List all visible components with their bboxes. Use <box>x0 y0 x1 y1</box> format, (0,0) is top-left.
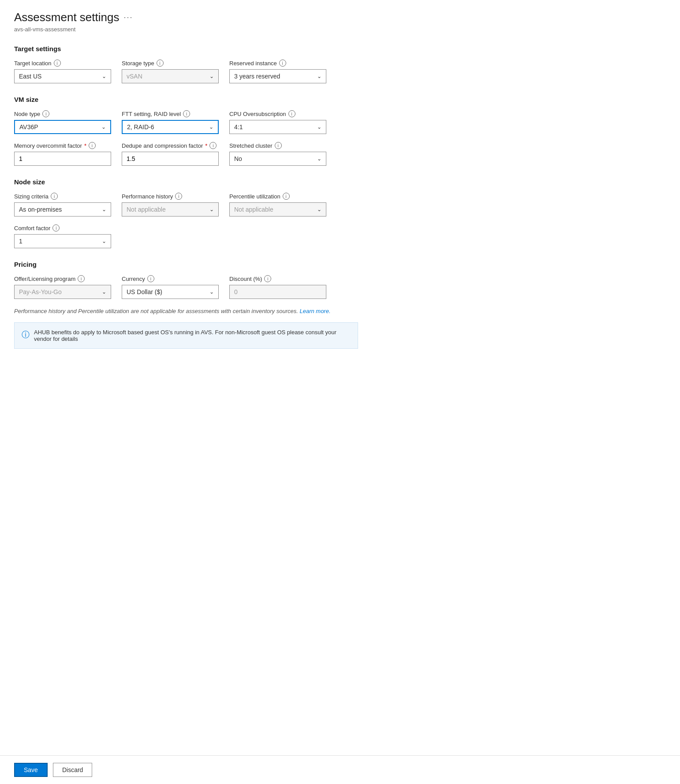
comfort-factor-label: Comfort factor i <box>14 224 111 231</box>
cpu-oversubscription-label: CPU Oversubscription i <box>229 110 326 117</box>
page-subtitle: avs-all-vms-assessment <box>14 26 383 33</box>
target-location-label: Target location i <box>14 60 111 67</box>
memory-overcommit-group: Memory overcommit factor * i <box>14 142 111 166</box>
comfort-factor-select[interactable]: 1 ⌄ <box>14 234 111 248</box>
dedupe-compression-info-icon[interactable]: i <box>209 142 217 149</box>
discount-group: Discount (%) i <box>229 275 326 299</box>
ftt-setting-info-icon[interactable]: i <box>183 110 190 117</box>
stretched-cluster-chevron-icon: ⌄ <box>317 156 321 162</box>
target-location-chevron-icon: ⌄ <box>102 73 106 79</box>
pricing-section: Pricing Offer/Licensing program i Pay-As… <box>14 261 383 299</box>
cpu-oversubscription-select[interactable]: 4:1 ⌄ <box>229 120 326 134</box>
vm-size-row1: Node type i AV36P ⌄ FTT setting, RAID le… <box>14 110 383 134</box>
node-size-section: Node size Sizing criteria i As on-premis… <box>14 178 383 248</box>
sizing-criteria-group: Sizing criteria i As on-premises ⌄ <box>14 193 111 217</box>
footer-bar: Save Discard <box>0 755 680 784</box>
target-location-select[interactable]: East US ⌄ <box>14 69 111 83</box>
node-size-row2: Comfort factor i 1 ⌄ <box>14 224 383 248</box>
percentile-utilization-group: Percentile utilization i Not applicable … <box>229 193 326 217</box>
discard-button[interactable]: Discard <box>53 763 92 777</box>
percentile-utilization-label: Percentile utilization i <box>229 193 326 200</box>
reserved-instance-chevron-icon: ⌄ <box>317 73 321 79</box>
footer-note: Performance history and Percentile utili… <box>14 308 383 314</box>
performance-history-group: Performance history i Not applicable ⌄ <box>122 193 219 217</box>
comfort-factor-group: Comfort factor i 1 ⌄ <box>14 224 111 248</box>
save-button[interactable]: Save <box>14 763 48 777</box>
stretched-cluster-label: Stretched cluster i <box>229 142 326 149</box>
target-settings-row: Target location i East US ⌄ Storage type… <box>14 60 383 83</box>
vm-size-title: VM size <box>14 96 383 103</box>
currency-group: Currency i US Dollar ($) ⌄ <box>122 275 219 299</box>
pricing-title: Pricing <box>14 261 383 268</box>
dedupe-compression-label: Dedupe and compression factor * i <box>122 142 219 149</box>
sizing-criteria-chevron-icon: ⌄ <box>102 206 106 213</box>
ftt-setting-label: FTT setting, RAID level i <box>122 110 219 117</box>
comfort-factor-chevron-icon: ⌄ <box>102 238 106 244</box>
node-type-chevron-icon: ⌄ <box>101 124 106 130</box>
target-location-group: Target location i East US ⌄ <box>14 60 111 83</box>
offer-licensing-label: Offer/Licensing program i <box>14 275 111 282</box>
node-type-group: Node type i AV36P ⌄ <box>14 110 111 134</box>
currency-select[interactable]: US Dollar ($) ⌄ <box>122 285 219 299</box>
comfort-factor-info-icon[interactable]: i <box>52 224 60 231</box>
performance-history-label: Performance history i <box>122 193 219 200</box>
memory-overcommit-info-icon[interactable]: i <box>89 142 96 149</box>
reserved-instance-select[interactable]: 3 years reserved ⌄ <box>229 69 326 83</box>
discount-label: Discount (%) i <box>229 275 326 282</box>
info-box-icon: ⓘ <box>22 329 30 340</box>
storage-type-select: vSAN ⌄ <box>122 69 219 83</box>
cpu-oversubscription-info-icon[interactable]: i <box>288 110 295 117</box>
node-type-label: Node type i <box>14 110 111 117</box>
ftt-setting-chevron-icon: ⌄ <box>209 124 213 130</box>
info-box-text: AHUB benefits do apply to Microsoft base… <box>34 329 351 342</box>
memory-overcommit-input[interactable] <box>14 152 111 166</box>
node-size-row1: Sizing criteria i As on-premises ⌄ Perfo… <box>14 193 383 217</box>
offer-licensing-info-icon[interactable]: i <box>78 275 85 282</box>
currency-label: Currency i <box>122 275 219 282</box>
more-options-icon[interactable]: ··· <box>123 13 133 22</box>
discount-info-icon[interactable]: i <box>264 275 271 282</box>
storage-type-group: Storage type i vSAN ⌄ <box>122 60 219 83</box>
pricing-row: Offer/Licensing program i Pay-As-You-Go … <box>14 275 383 299</box>
sizing-criteria-label: Sizing criteria i <box>14 193 111 200</box>
currency-chevron-icon: ⌄ <box>209 289 214 295</box>
stretched-cluster-info-icon[interactable]: i <box>275 142 282 149</box>
storage-type-chevron-icon: ⌄ <box>209 73 214 79</box>
performance-history-chevron-icon: ⌄ <box>209 206 214 213</box>
storage-type-info-icon[interactable]: i <box>157 60 164 67</box>
dedupe-compression-group: Dedupe and compression factor * i <box>122 142 219 166</box>
dedupe-compression-input[interactable] <box>122 152 219 166</box>
ftt-setting-select[interactable]: 2, RAID-6 ⌄ <box>122 120 219 134</box>
node-type-select[interactable]: AV36P ⌄ <box>14 120 111 134</box>
vm-size-section: VM size Node type i AV36P ⌄ FTT setting,… <box>14 96 383 166</box>
cpu-oversubscription-group: CPU Oversubscription i 4:1 ⌄ <box>229 110 326 134</box>
dedupe-compression-required: * <box>205 142 207 149</box>
reserved-instance-label: Reserved instance i <box>229 60 326 67</box>
reserved-instance-info-icon[interactable]: i <box>279 60 286 67</box>
performance-history-select: Not applicable ⌄ <box>122 202 219 217</box>
page-title: Assessment settings <box>14 11 119 24</box>
target-settings-section: Target settings Target location i East U… <box>14 45 383 83</box>
reserved-instance-group: Reserved instance i 3 years reserved ⌄ <box>229 60 326 83</box>
discount-input[interactable] <box>229 285 326 299</box>
offer-licensing-group: Offer/Licensing program i Pay-As-You-Go … <box>14 275 111 299</box>
percentile-utilization-select: Not applicable ⌄ <box>229 202 326 217</box>
stretched-cluster-select[interactable]: No ⌄ <box>229 152 326 166</box>
node-size-title: Node size <box>14 178 383 186</box>
offer-licensing-select: Pay-As-You-Go ⌄ <box>14 285 111 299</box>
node-type-info-icon[interactable]: i <box>42 110 49 117</box>
ftt-setting-group: FTT setting, RAID level i 2, RAID-6 ⌄ <box>122 110 219 134</box>
percentile-utilization-chevron-icon: ⌄ <box>317 206 321 213</box>
memory-overcommit-required: * <box>84 142 86 149</box>
sizing-criteria-info-icon[interactable]: i <box>51 193 58 200</box>
performance-history-info-icon[interactable]: i <box>175 193 182 200</box>
target-location-info-icon[interactable]: i <box>54 60 61 67</box>
sizing-criteria-select[interactable]: As on-premises ⌄ <box>14 202 111 217</box>
currency-info-icon[interactable]: i <box>147 275 154 282</box>
target-settings-title: Target settings <box>14 45 383 52</box>
info-box: ⓘ AHUB benefits do apply to Microsoft ba… <box>14 322 358 349</box>
percentile-utilization-info-icon[interactable]: i <box>283 193 290 200</box>
learn-more-link[interactable]: Learn more. <box>299 308 330 314</box>
storage-type-label: Storage type i <box>122 60 219 67</box>
stretched-cluster-group: Stretched cluster i No ⌄ <box>229 142 326 166</box>
